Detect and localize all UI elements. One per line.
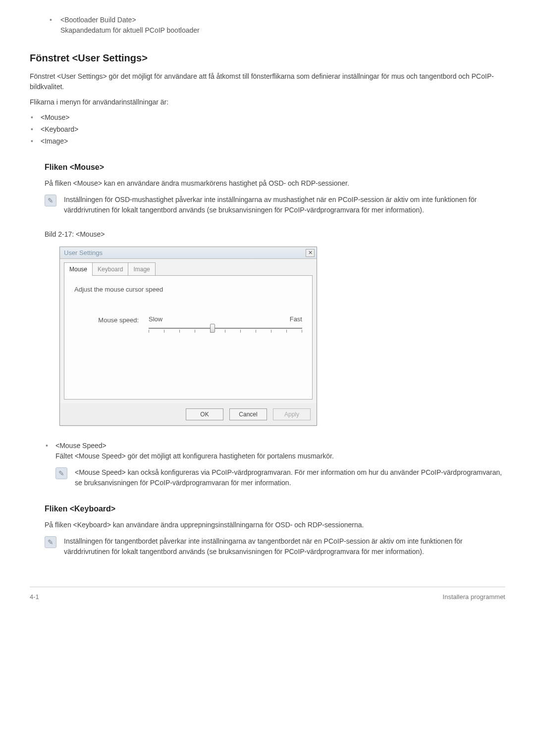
dialog-buttons: OK Cancel Apply (60, 403, 317, 425)
user-settings-dialog: User Settings ✕ Mouse Keyboard Image Adj… (59, 247, 317, 426)
mouse-note: ✎ Inställningen för OSD-mushastighet påv… (45, 195, 505, 215)
keyboard-intro: På fliken <Keyboard> kan användare ändra… (45, 520, 505, 530)
top-bullet-list: <Bootloader Build Date> Skapandedatum fö… (30, 15, 505, 36)
note-icon: ✎ (55, 467, 67, 479)
mouse-heading: Fliken <Mouse> (45, 161, 505, 173)
mouse-speed-slider[interactable] (149, 325, 302, 335)
footer-left: 4-1 (30, 592, 39, 602)
slider-thumb[interactable] (210, 324, 215, 333)
dialog-title: User Settings (64, 248, 103, 258)
mouse-speed-note: ✎ <Mouse Speed> kan också konfigureras v… (55, 467, 505, 488)
dialog-titlebar: User Settings ✕ (60, 247, 317, 259)
bullet-bootloader: <Bootloader Build Date> Skapandedatum fö… (50, 15, 505, 36)
slider-wrap: Slow Fast (149, 314, 302, 335)
section-intro: Fönstret <User Settings> gör det möjligt… (30, 71, 505, 92)
dialog-body: Mouse Keyboard Image Adjust the mouse cu… (60, 259, 317, 403)
keyboard-heading: Fliken <Keyboard> (45, 503, 505, 515)
tab-image[interactable]: Image (128, 262, 155, 275)
bullet-title: <Bootloader Build Date> (60, 16, 136, 24)
tab-mouse[interactable]: Mouse (64, 262, 93, 276)
slider-line (149, 328, 302, 329)
close-button[interactable]: ✕ (306, 249, 315, 257)
cancel-button[interactable]: Cancel (229, 408, 267, 420)
ok-button[interactable]: OK (186, 408, 223, 420)
mouse-intro: På fliken <Mouse> kan en användare ändra… (45, 178, 505, 189)
keyboard-note-text: Inställningen för tangentbordet påverkar… (64, 536, 505, 557)
section-heading: Fönstret <User Settings> (30, 50, 505, 65)
note-icon: ✎ (45, 536, 56, 548)
close-icon: ✕ (308, 249, 313, 257)
slider-end-slow: Slow (149, 314, 162, 324)
page-footer: 4-1 Installera programmet (30, 587, 505, 602)
tabs-intro: Flikarna i menyn för användarinställning… (30, 97, 505, 107)
tab-pane-mouse: Adjust the mouse cursor speed Mouse spee… (64, 276, 313, 400)
footer-right: Installera programmet (443, 592, 505, 602)
tab-keyboard[interactable]: Keyboard (92, 262, 128, 275)
mouse-note-text: Inställningen för OSD-mushastighet påver… (64, 195, 505, 215)
tabstrip: Mouse Keyboard Image (64, 263, 313, 276)
figure-label: Bild 2-17: <Mouse> (45, 229, 505, 240)
keyboard-note: ✎ Inställningen för tangentbordet påverk… (45, 536, 505, 557)
tabs-item-mouse: <Mouse> (30, 112, 505, 123)
mouse-speed-bullet: <Mouse Speed> Fältet <Mouse Speed> gör d… (45, 441, 505, 488)
mouse-speed-desc: Fältet <Mouse Speed> gör det möjligt att… (45, 451, 505, 461)
apply-button[interactable]: Apply (273, 408, 311, 420)
tabs-item-keyboard: <Keyboard> (30, 124, 505, 135)
pane-heading: Adjust the mouse cursor speed (74, 285, 302, 295)
slider-ends: Slow Fast (149, 314, 302, 324)
note-icon: ✎ (45, 195, 56, 206)
slider-end-fast: Fast (290, 314, 302, 324)
tabs-list: <Mouse> <Keyboard> <Image> (30, 112, 505, 147)
mouse-speed-title: <Mouse Speed> (45, 441, 505, 451)
mouse-speed-note-text: <Mouse Speed> kan också konfigureras via… (75, 467, 505, 488)
tabs-item-image: <Image> (30, 136, 505, 147)
slider-label: Mouse speed: (74, 314, 139, 325)
slider-ticks (149, 330, 302, 333)
slider-row: Mouse speed: Slow Fast (74, 314, 302, 335)
bullet-desc: Skapandedatum för aktuell PCoIP bootload… (60, 26, 200, 34)
